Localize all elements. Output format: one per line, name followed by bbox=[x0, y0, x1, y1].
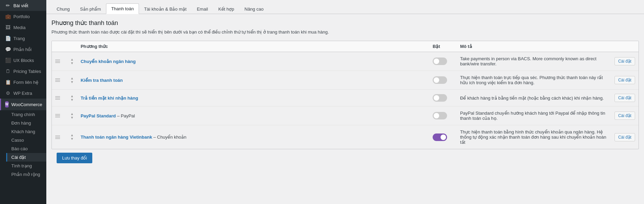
tab-ket-hop[interactable]: Kết hợp bbox=[213, 3, 239, 14]
move-up-button[interactable]: ▲ bbox=[70, 58, 74, 61]
sort-arrows-cell: ▲▼ bbox=[66, 125, 77, 149]
method-description: PayPal Standard chuyển hướng khách hàng … bbox=[457, 106, 611, 125]
tab-chung[interactable]: Chung bbox=[51, 3, 75, 14]
th-order bbox=[52, 41, 77, 52]
tab-san-pham[interactable]: Sản phẩm bbox=[75, 3, 106, 14]
drag-handle[interactable] bbox=[55, 60, 62, 63]
method-name-cell: PayPal Standard – PayPal bbox=[77, 106, 429, 125]
method-link[interactable]: Chuyển khoản ngân hàng bbox=[81, 59, 136, 64]
pricing-tables-icon: 🗒 bbox=[5, 68, 11, 74]
move-down-button[interactable]: ▼ bbox=[70, 98, 74, 102]
move-up-button[interactable]: ▲ bbox=[70, 94, 74, 98]
sidebar-label-ux-blocks: UX Blocks bbox=[13, 58, 34, 63]
method-link[interactable]: Thanh toán ngân hàng Vietinbank bbox=[81, 135, 152, 140]
toggle-slider bbox=[433, 58, 447, 65]
toggle-switch[interactable] bbox=[433, 76, 447, 84]
sidebar-item-trang[interactable]: 📄 Trang bbox=[0, 33, 46, 44]
sidebar-item-woocommerce[interactable]: W WooCommerce bbox=[0, 99, 46, 110]
table-row: ▲▼Trả tiền mặt khi nhận hàngĐể khách hàn… bbox=[52, 90, 639, 106]
tab-tai-khoan[interactable]: Tài khoản & Bảo mật bbox=[139, 3, 192, 14]
sidebar-label-bao-cao: Báo cáo bbox=[11, 146, 28, 151]
main-content: Chung Sản phẩm Thanh toán Tài khoản & Bả… bbox=[46, 0, 644, 204]
drag-handle-cell bbox=[52, 90, 66, 106]
move-down-button[interactable]: ▼ bbox=[70, 116, 74, 119]
setup-button[interactable]: Cài đặt bbox=[614, 112, 635, 120]
sidebar-item-trang-chinh[interactable]: Trang chính bbox=[6, 110, 46, 119]
toggle-cell bbox=[429, 106, 457, 125]
woo-badge: W bbox=[5, 101, 9, 107]
sidebar-label-portfolio: Portfolio bbox=[13, 14, 30, 19]
sidebar-item-bai-viet[interactable]: ✏ Bài viết bbox=[0, 0, 46, 11]
action-cell: Cài đặt bbox=[611, 125, 639, 149]
table-row: ▲▼Kiểm tra thanh toánThực hiện thanh toá… bbox=[52, 71, 639, 90]
move-up-button[interactable]: ▲ bbox=[70, 133, 74, 137]
setup-button[interactable]: Cài đặt bbox=[614, 76, 635, 84]
method-description: Thực hiện thanh toán trực tiếp qua séc. … bbox=[457, 71, 611, 90]
move-down-button[interactable]: ▼ bbox=[70, 137, 74, 141]
tab-nang-cao[interactable]: Nâng cao bbox=[239, 3, 269, 14]
trang-icon: 📄 bbox=[5, 36, 11, 41]
sidebar-item-ux-blocks[interactable]: ⬛ UX Blocks bbox=[0, 55, 46, 66]
move-down-button[interactable]: ▼ bbox=[70, 62, 74, 65]
sidebar: ✏ Bài viết 💼 Portfolio 🖼 Media 📄 Trang 💬… bbox=[0, 0, 46, 204]
action-cell: Cài đặt bbox=[611, 52, 639, 71]
drag-handle[interactable] bbox=[55, 78, 62, 82]
toggle-switch[interactable] bbox=[433, 112, 447, 119]
sidebar-label-trang: Trang bbox=[13, 36, 25, 41]
setup-button[interactable]: Cài đặt bbox=[614, 57, 635, 65]
sidebar-item-form-lien-he[interactable]: 📋 Form liên hệ bbox=[0, 77, 46, 88]
action-cell: Cài đặt bbox=[611, 90, 639, 106]
sidebar-item-media[interactable]: 🖼 Media bbox=[0, 22, 46, 33]
method-description: Take payments in person via BACS. More c… bbox=[457, 52, 611, 71]
toggle-cell bbox=[429, 90, 457, 106]
setup-button[interactable]: Cài đặt bbox=[614, 94, 635, 102]
toggle-slider bbox=[433, 76, 447, 84]
drag-handle[interactable] bbox=[55, 96, 62, 100]
method-description: Thực hiện thanh toán bằng hình thức chuy… bbox=[457, 125, 611, 149]
method-link[interactable]: Kiểm tra thanh toán bbox=[81, 78, 123, 83]
drag-handle[interactable] bbox=[55, 136, 62, 139]
method-name-cell: Thanh toán ngân hàng Vietinbank – Chuyển… bbox=[77, 125, 429, 149]
sidebar-item-khach-hang[interactable]: Khách hàng bbox=[6, 127, 46, 136]
sidebar-label-cai-dat: Cài đặt bbox=[11, 155, 26, 160]
page-description: Phương thức thanh toán nào được cài đặt … bbox=[51, 29, 639, 35]
phan-hoi-icon: 💬 bbox=[5, 47, 11, 52]
sidebar-item-bao-cao[interactable]: Báo cáo bbox=[6, 144, 46, 153]
sidebar-item-phan-mo-rong[interactable]: Phần mở rộng bbox=[6, 170, 46, 179]
sidebar-item-cai-dat[interactable]: Cài đặt bbox=[6, 153, 46, 162]
ux-blocks-icon: ⬛ bbox=[5, 58, 11, 63]
setup-button[interactable]: Cài đặt bbox=[614, 133, 635, 141]
tab-bar: Chung Sản phẩm Thanh toán Tài khoản & Bả… bbox=[46, 0, 644, 14]
sort-arrows-cell: ▲▼ bbox=[66, 106, 77, 125]
drag-handle[interactable] bbox=[55, 114, 62, 117]
sidebar-item-wp-extra[interactable]: ⚙ WP Extra bbox=[0, 88, 46, 99]
sidebar-item-portfolio[interactable]: 💼 Portfolio bbox=[0, 11, 46, 22]
tab-thanh-toan[interactable]: Thanh toán bbox=[106, 3, 139, 14]
move-up-button[interactable]: ▲ bbox=[70, 77, 74, 80]
sidebar-label-form-lien-he: Form liên hệ bbox=[13, 80, 38, 85]
method-link[interactable]: Trả tiền mặt khi nhận hàng bbox=[81, 95, 138, 101]
toggle-switch[interactable] bbox=[433, 94, 447, 102]
payment-methods-table: Phương thức Bật Mô tả ▲▼Chuyển khoản ngâ… bbox=[52, 41, 639, 149]
sidebar-item-don-hang[interactable]: Đơn hàng bbox=[6, 119, 46, 127]
toggle-switch[interactable] bbox=[433, 58, 447, 65]
toggle-switch[interactable] bbox=[433, 133, 447, 141]
save-button[interactable]: Lưu thay đổi bbox=[57, 153, 92, 163]
sidebar-label-woocommerce: WooCommerce bbox=[11, 102, 42, 107]
page-title: Phương thức thanh toán bbox=[51, 19, 639, 27]
form-icon: 📋 bbox=[5, 79, 11, 85]
tab-email[interactable]: Email bbox=[192, 3, 213, 14]
sidebar-item-casso[interactable]: Casso bbox=[6, 136, 46, 144]
sidebar-item-pricing-tables[interactable]: 🗒 Pricing Tables bbox=[0, 66, 46, 77]
method-link[interactable]: PayPal Standard bbox=[81, 113, 116, 118]
table-row: ▲▼Chuyển khoản ngân hàngTake payments in… bbox=[52, 52, 639, 71]
move-down-button[interactable]: ▼ bbox=[70, 80, 74, 84]
save-area: Lưu thay đổi bbox=[51, 149, 639, 167]
sidebar-item-tinh-trang[interactable]: Tình trạng bbox=[6, 162, 46, 170]
sidebar-label-don-hang: Đơn hàng bbox=[11, 120, 31, 126]
move-up-button[interactable]: ▲ bbox=[70, 112, 74, 116]
sort-arrows-cell: ▲▼ bbox=[66, 71, 77, 90]
sidebar-item-phan-hoi[interactable]: 💬 Phản hồi bbox=[0, 44, 46, 55]
sidebar-label-tinh-trang: Tình trạng bbox=[11, 163, 32, 168]
sidebar-label-phan-mo-rong: Phần mở rộng bbox=[11, 172, 40, 177]
